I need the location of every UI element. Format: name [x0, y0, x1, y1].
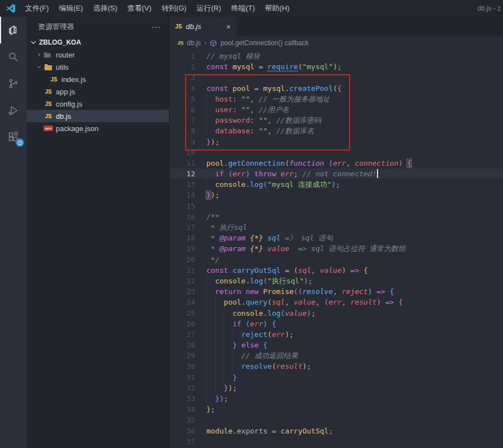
code-line-18[interactable]: 18 * @param {*} sql =》 sql 语句 [170, 233, 503, 243]
js-icon: JS [43, 87, 53, 96]
source-control-icon[interactable] [0, 70, 27, 97]
breadcrumb-symbol[interactable]: pool.getConnection() callback [220, 39, 308, 47]
code-line-15[interactable]: 15 [170, 201, 503, 211]
code-line-14[interactable]: 14}); [170, 190, 503, 200]
js-icon: JS [49, 75, 59, 84]
breadcrumb-separator: › [204, 39, 206, 47]
line-content: // 成功返回结果 [195, 350, 298, 361]
tree-item-index-js[interactable]: JSindex.js [27, 73, 169, 85]
code-line-20[interactable]: 20 */ [170, 254, 503, 265]
line-number: 14 [170, 190, 195, 200]
line-number: 21 [170, 265, 195, 276]
code-line-1[interactable]: 1// mysql 模块 [170, 51, 503, 61]
extensions-icon[interactable] [0, 124, 27, 151]
breadcrumb-file[interactable]: db.js [187, 39, 201, 47]
menu-item-7[interactable]: 帮助(H) [260, 4, 294, 12]
menu-item-4[interactable]: 转到(G) [157, 4, 192, 12]
line-number: 15 [170, 201, 195, 211]
menu-item-3[interactable]: 查看(V) [122, 4, 156, 12]
code-line-5[interactable]: 5 host: "", // 一般为服务器地址 [170, 94, 503, 104]
code-line-10[interactable]: 10 [170, 147, 503, 158]
code-line-2[interactable]: 2const mysql = require("mysql"); [170, 61, 503, 72]
code-line-24[interactable]: 24 pool.query(sql, value, (err, result) … [170, 297, 503, 307]
menu-item-5[interactable]: 运行(R) [191, 4, 226, 12]
code-line-25[interactable]: 25 console.log(value); [170, 308, 503, 319]
tree-item-package-json[interactable]: npmpackage.json [27, 122, 169, 134]
code-line-3[interactable]: 3 [170, 72, 503, 83]
project-root-folder[interactable]: ZBLOG_KOA [27, 36, 169, 49]
menu-item-0[interactable]: 文件(F) [20, 4, 54, 12]
tree-item-label: app.js [56, 88, 75, 96]
line-content: return new Promise((resolve, reject) => … [195, 286, 394, 297]
line-content: pool.getConnection(function (err, connec… [195, 158, 412, 168]
code-line-22[interactable]: 22 console.log("执行sql"); [170, 276, 503, 286]
code-line-37[interactable]: 37 [170, 436, 503, 447]
code-line-8[interactable]: 8 database: "", //数据库名 [170, 126, 503, 136]
code-line-26[interactable]: 26 if (err) { [170, 319, 503, 329]
line-number: 8 [170, 126, 195, 136]
line-number: 4 [170, 83, 195, 94]
line-number: 22 [170, 276, 195, 286]
tab-bar: JS db.js × [170, 17, 503, 36]
code-line-34[interactable]: 34}; [170, 404, 503, 415]
code-line-28[interactable]: 28 } else { [170, 340, 503, 350]
line-number: 24 [170, 297, 195, 307]
tree-item-label: db.js [56, 112, 71, 121]
tree-item-config-js[interactable]: JSconfig.js [27, 98, 169, 110]
code-line-29[interactable]: 29 // 成功返回结果 [170, 350, 503, 361]
code-line-32[interactable]: 32 }); [170, 383, 503, 393]
js-icon: JS [43, 99, 53, 108]
line-content: }; [195, 404, 215, 415]
code-line-6[interactable]: 6 user: "", //用户名 [170, 104, 503, 115]
code-line-9[interactable]: 9}); [170, 137, 503, 147]
line-content: console.log(value); [195, 308, 316, 319]
line-number: 29 [170, 350, 195, 361]
tab-db-js[interactable]: JS db.js × [170, 17, 236, 36]
search-icon[interactable] [0, 44, 27, 70]
menu-item-6[interactable]: 终端(T) [226, 4, 260, 12]
code-line-27[interactable]: 27 reject(err); [170, 329, 503, 340]
explorer-sidebar: 资源管理器 ··· ZBLOG_KOA routerutilsJSindex.j… [27, 17, 170, 448]
window-title: db.js - z [477, 4, 503, 12]
code-line-36[interactable]: 36module.exports = carryOutSql; [170, 426, 503, 436]
code-line-35[interactable]: 35 [170, 415, 503, 425]
line-number: 3 [170, 72, 195, 83]
files-icon[interactable] [0, 17, 27, 44]
chevron-down-icon [29, 38, 38, 47]
code-line-11[interactable]: 11pool.getConnection(function (err, conn… [170, 158, 503, 168]
tree-item-router[interactable]: router [27, 49, 169, 61]
line-content: }); [195, 190, 219, 200]
tree-item-db-js[interactable]: JSdb.js [27, 110, 169, 122]
tree-item-app-js[interactable]: JSapp.js [27, 85, 169, 98]
code-line-16[interactable]: 16/** [170, 211, 503, 222]
code-line-33[interactable]: 33 }); [170, 393, 503, 404]
code-line-4[interactable]: 4const pool = mysql.createPool({ [170, 83, 503, 94]
menu-item-2[interactable]: 选择(S) [88, 4, 122, 12]
line-number: 27 [170, 329, 195, 340]
code-line-23[interactable]: 23 return new Promise((resolve, reject) … [170, 286, 503, 297]
code-line-21[interactable]: 21const carryOutSql = (sql, value) => { [170, 265, 503, 276]
code-editor[interactable]: 1// mysql 模块2const mysql = require("mysq… [170, 50, 503, 448]
line-content: console.log("执行sql"); [195, 276, 312, 286]
code-line-31[interactable]: 31 } [170, 372, 503, 383]
line-number: 11 [170, 158, 195, 168]
run-debug-icon[interactable] [0, 97, 27, 124]
line-number: 36 [170, 426, 195, 436]
line-number: 32 [170, 383, 195, 393]
close-tab-icon[interactable]: × [226, 22, 231, 31]
tree-item-utils[interactable]: utils [27, 61, 169, 73]
code-line-12[interactable]: 12 if (err) throw err; // not connected! [170, 168, 503, 179]
line-number: 16 [170, 211, 195, 222]
line-number: 10 [170, 147, 195, 158]
code-line-17[interactable]: 17 * 执行sql [170, 222, 503, 233]
project-name: ZBLOG_KOA [39, 38, 81, 46]
code-line-13[interactable]: 13 console.log("mysql 连接成功"); [170, 179, 503, 190]
code-line-30[interactable]: 30 resolve(result); [170, 361, 503, 372]
line-content: reject(err); [195, 329, 294, 340]
text-cursor [377, 169, 378, 178]
code-line-7[interactable]: 7 password: "", //数据库密码 [170, 115, 503, 126]
code-line-19[interactable]: 19 * @param {*} value => sql 语句占位符 通常为数组 [170, 243, 503, 254]
explorer-more-actions-icon[interactable]: ··· [152, 22, 161, 31]
menu-item-1[interactable]: 编辑(E) [54, 4, 88, 12]
line-number: 34 [170, 404, 195, 415]
